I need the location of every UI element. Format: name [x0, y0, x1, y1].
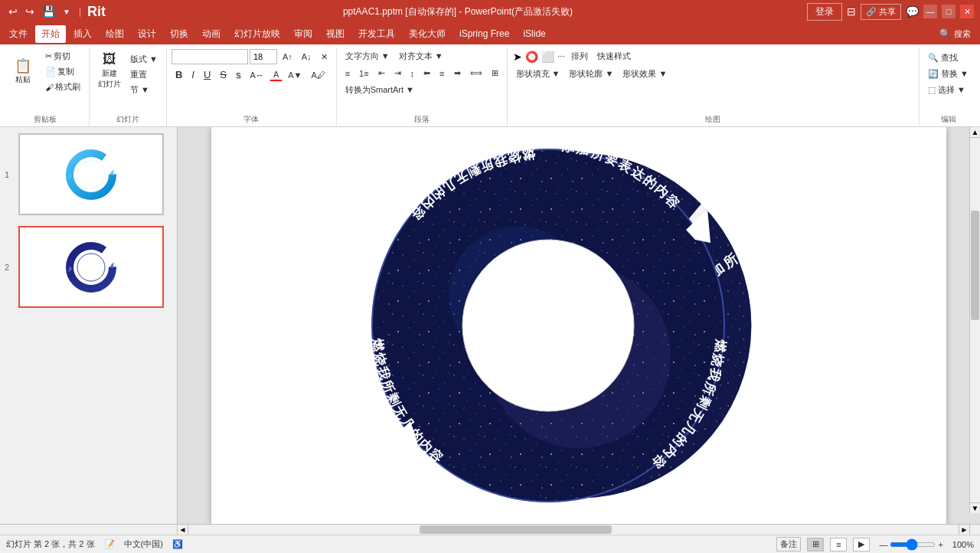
qat-redo[interactable]: ↪: [23, 4, 37, 19]
text-direction-button[interactable]: 文字方向 ▼: [341, 49, 394, 64]
menu-view[interactable]: 视图: [320, 25, 351, 43]
new-slide-button[interactable]: 🖼 新建 幻灯片: [94, 49, 125, 92]
italic-button[interactable]: I: [188, 67, 198, 82]
minimize-button[interactable]: —: [923, 5, 937, 18]
spacing-button[interactable]: A↔: [247, 69, 268, 81]
notes-button[interactable]: 备注: [776, 537, 801, 551]
statusbar: 幻灯片 第 2 张，共 2 张 📝 中文(中国) ♿ 备注 ⊞ ≡ ▶ — + …: [0, 535, 980, 553]
bold-button[interactable]: B: [172, 67, 186, 82]
paste-button[interactable]: 📋 粘贴: [6, 56, 40, 88]
scroll-up-arrow[interactable]: ▲: [970, 127, 980, 138]
find-button[interactable]: 🔍 查找: [924, 51, 972, 65]
slide-thumb-2[interactable]: 2: [18, 226, 171, 308]
shape-effect-button[interactable]: 形状效果 ▼: [619, 67, 671, 81]
reset-button[interactable]: 重置: [126, 67, 162, 82]
align-text-button[interactable]: 对齐文本 ▼: [395, 49, 447, 64]
increase-font-button[interactable]: A↑: [279, 51, 296, 63]
scroll-right-arrow[interactable]: ►: [959, 525, 969, 535]
underline-button[interactable]: U: [200, 67, 214, 82]
clear-format-button[interactable]: ✕: [317, 51, 332, 64]
menu-beautify[interactable]: 美化大师: [403, 25, 452, 43]
text-color-button[interactable]: A▼: [284, 69, 305, 81]
slide-info: 幻灯片 第 2 张，共 2 张: [6, 538, 95, 550]
align-right-button[interactable]: ➡: [450, 67, 465, 80]
qat-save[interactable]: 💾: [40, 4, 57, 19]
indent-dec-button[interactable]: ⇤: [374, 67, 389, 80]
align-left-button[interactable]: ⬅: [420, 67, 434, 80]
menu-islide[interactable]: iSlide: [517, 26, 551, 41]
columns-button[interactable]: ⊞: [488, 67, 502, 80]
line-space-button[interactable]: ↕: [407, 67, 419, 80]
quick-styles-button[interactable]: 快速样式: [593, 49, 635, 64]
smartart-button[interactable]: 转换为SmartArt ▼: [341, 83, 418, 97]
cut-button[interactable]: ✂ 剪切: [41, 49, 84, 64]
copy-button[interactable]: 📄 复制: [41, 64, 84, 79]
arrange-button[interactable]: 排列: [567, 49, 592, 64]
close-button[interactable]: ✕: [960, 5, 974, 18]
bullets-button[interactable]: ≡: [341, 67, 354, 80]
align-center-button[interactable]: ≡: [436, 67, 448, 80]
zoom-level[interactable]: 100%: [952, 540, 974, 549]
slideshow-view-button[interactable]: ▶: [853, 538, 870, 551]
more-shapes[interactable]: ⋯: [557, 51, 566, 61]
zoom-range[interactable]: [890, 542, 936, 547]
arrow-shape[interactable]: ➤: [512, 50, 523, 64]
svg-point-3: [77, 254, 105, 281]
login-button[interactable]: 登录: [807, 3, 842, 21]
menu-draw[interactable]: 绘图: [100, 25, 130, 43]
diagram-container[interactable]: 添加所要表达的内容 燃烧我所剩无几的内容 燃烧我所剩无几的内容 燃烧我所剩无: [364, 142, 732, 509]
font-name-box[interactable]: [172, 49, 248, 64]
menu-slideshow[interactable]: 幻灯片放映: [228, 25, 286, 43]
maximize-button[interactable]: □: [942, 5, 956, 18]
shape-outline-button[interactable]: 形状轮廓 ▼: [565, 67, 617, 81]
font-group: 18 A↑ A↓ ✕ B I U S s A↔ A A▼ A🖊 字体: [168, 47, 337, 126]
menu-animation[interactable]: 动画: [196, 25, 227, 43]
menu-ispring[interactable]: iSpring Free: [453, 26, 515, 41]
clipboard-group: 📋 粘贴 ✂ 剪切 📄 复制 🖌 格式刷 剪贴板: [3, 47, 90, 126]
menu-transition[interactable]: 切换: [164, 25, 194, 43]
select-button[interactable]: ⬚ 选择 ▼: [924, 83, 972, 97]
shape-fill-button[interactable]: 形状填充 ▼: [512, 67, 564, 81]
font-color-button[interactable]: A: [270, 68, 283, 81]
outline-view-button[interactable]: ≡: [830, 538, 847, 551]
zoom-slider[interactable]: — +: [879, 540, 942, 549]
replace-button[interactable]: 🔄 替换 ▼: [924, 67, 972, 81]
normal-view-button[interactable]: ⊞: [807, 538, 824, 551]
format-paint-button[interactable]: 🖌 格式刷: [41, 80, 84, 94]
ribbon-collapse-icon[interactable]: ⊟: [847, 5, 856, 18]
menu-insert[interactable]: 插入: [67, 25, 98, 43]
menu-developer[interactable]: 开发工具: [352, 25, 401, 43]
shadow-button[interactable]: s: [232, 67, 245, 82]
slide-canvas[interactable]: 添加所要表达的内容 燃烧我所剩无几的内容 燃烧我所剩无几的内容: [211, 127, 946, 524]
oval-shape[interactable]: ⭕: [524, 50, 539, 64]
decrease-font-button[interactable]: A↓: [298, 51, 315, 63]
numbering-button[interactable]: 1≡: [355, 67, 373, 80]
qat-more[interactable]: ▼: [60, 6, 73, 18]
search-label[interactable]: 搜索: [954, 28, 971, 40]
slide-thumb-1[interactable]: 1: [18, 133, 171, 215]
menu-review[interactable]: 审阅: [288, 25, 318, 43]
menu-home[interactable]: 开始: [35, 25, 66, 43]
slides-group: 🖼 新建 幻灯片 版式 ▼ 重置 节 ▼ 幻灯片: [91, 47, 167, 126]
qat-undo[interactable]: ↩: [6, 4, 20, 19]
share-button[interactable]: 🔗 共享: [861, 4, 901, 20]
slide-img-1[interactable]: [18, 133, 164, 215]
vertical-scrollbar[interactable]: ▲ ▼: [969, 127, 980, 513]
justify-button[interactable]: ⟺: [466, 67, 486, 80]
comments-icon[interactable]: 💬: [906, 5, 919, 18]
highlight-button[interactable]: A🖊: [307, 69, 328, 81]
layout-button[interactable]: 版式 ▼: [126, 52, 162, 67]
notes-icon[interactable]: 📝: [104, 539, 115, 549]
scroll-down-arrow[interactable]: ▼: [970, 502, 980, 513]
section-button[interactable]: 节 ▼: [126, 83, 162, 97]
slides-label: 幻灯片: [94, 113, 162, 126]
indent-inc-button[interactable]: ⇥: [390, 67, 405, 80]
menu-design[interactable]: 设计: [132, 25, 162, 43]
strikethrough-button[interactable]: S: [216, 67, 230, 82]
menu-file[interactable]: 文件: [3, 25, 34, 43]
accessibility-icon[interactable]: ♿: [172, 539, 183, 549]
rect-shape[interactable]: ⬜: [541, 50, 555, 64]
slide-img-2[interactable]: [18, 226, 164, 308]
font-size-box[interactable]: 18: [250, 49, 277, 64]
scroll-left-arrow[interactable]: ◄: [178, 525, 188, 535]
